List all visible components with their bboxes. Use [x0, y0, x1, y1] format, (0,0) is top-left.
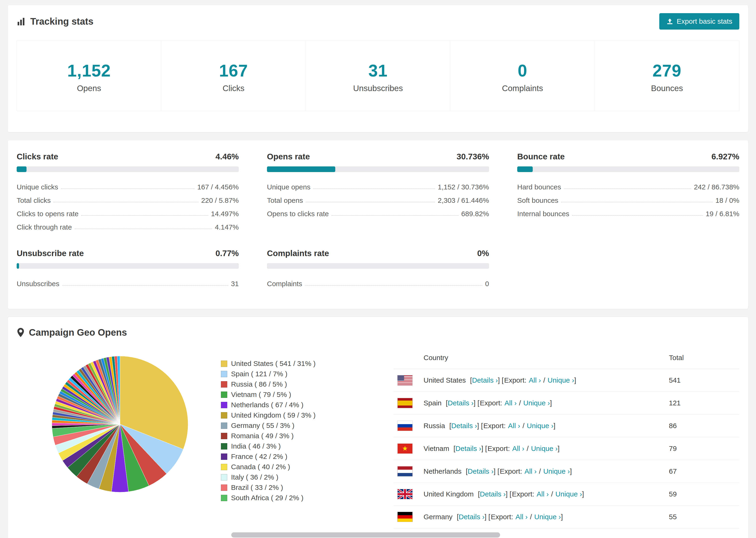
- separator: /: [527, 445, 528, 452]
- table-row-vietnam: Vietnam[Details ›][Export:All ›/Unique ›…: [394, 437, 739, 460]
- bracket: [: [454, 445, 456, 452]
- table-header-row: Country Total: [394, 347, 739, 369]
- stat-label: Complaints: [450, 83, 594, 93]
- export-icon: [666, 18, 674, 25]
- details-link[interactable]: Details ›: [472, 376, 498, 384]
- legend-item: France ( 42 / 2% ): [221, 452, 394, 462]
- legend-item: Germany ( 55 / 3% ): [221, 420, 394, 431]
- details-link[interactable]: Details ›: [456, 445, 481, 452]
- rate-percent: 6.927%: [711, 152, 739, 161]
- export-all-link[interactable]: All ›: [515, 513, 527, 521]
- details-link[interactable]: Details ›: [459, 513, 485, 521]
- stat-row-value: 167 / 4.456%: [197, 183, 239, 191]
- vietnam-flag-icon: [397, 443, 423, 454]
- export-unique-link[interactable]: Unique ›: [543, 467, 570, 475]
- stat-label: Unsubscribes: [306, 83, 450, 93]
- country-name: Russia: [423, 422, 445, 430]
- details-link[interactable]: Details ›: [451, 422, 477, 430]
- rates-grid: Clicks rate 4.46% Unique clicks167 / 4.4…: [17, 152, 739, 288]
- export-basic-stats-button[interactable]: Export basic stats: [659, 13, 739, 29]
- export-button-label: Export basic stats: [676, 17, 732, 26]
- stat-row-value: 31: [231, 280, 239, 288]
- bracket: ]: [582, 490, 584, 498]
- stat-row-value: 14.497%: [211, 210, 239, 218]
- export-all-link[interactable]: All ›: [512, 445, 524, 452]
- legend-item: South Africa ( 29 / 2% ): [221, 493, 394, 503]
- legend-swatch: [221, 371, 227, 377]
- geo-pie-wrap: [17, 344, 221, 496]
- bracket: ]: [570, 467, 572, 475]
- dotted-leader: [62, 285, 228, 286]
- stat-value: 1,152: [17, 61, 161, 80]
- bracket: [: [510, 490, 512, 498]
- legend-label: Vietnam ( 79 / 5% ): [231, 391, 291, 399]
- bracket: ]: [473, 399, 475, 407]
- germany-flag-icon: [397, 512, 423, 522]
- bracket: ]: [558, 445, 560, 452]
- table-row-spain: Spain[Details ›][Export:All ›/Unique ›] …: [394, 392, 739, 414]
- stat-row: Soft bounces18 / 0%: [517, 191, 739, 204]
- legend-item: Canada ( 40 / 2% ): [221, 462, 394, 472]
- stat-row-label: Hard bounces: [517, 183, 561, 191]
- rate-panel-opens: Opens rate 30.736% Unique opens1,152 / 3…: [267, 152, 489, 231]
- legend-label: Germany ( 55 / 3% ): [231, 422, 295, 430]
- details-link[interactable]: Details ›: [468, 467, 494, 475]
- tracking-stats-row: 1,152 Opens 167 Clicks 31 Unsubscribes 0…: [17, 41, 739, 111]
- export-all-link[interactable]: All ›: [529, 376, 541, 384]
- export-unique-link[interactable]: Unique ›: [531, 445, 558, 452]
- legend-label: Netherlands ( 67 / 4% ): [231, 401, 303, 409]
- export-all-link[interactable]: All ›: [508, 422, 520, 430]
- total-value: 67: [669, 467, 739, 475]
- rate-percent: 30.736%: [457, 152, 489, 161]
- dotted-leader: [313, 188, 435, 189]
- legend-swatch: [221, 381, 227, 388]
- export-unique-link[interactable]: Unique ›: [548, 376, 574, 384]
- total-header: Total: [669, 354, 739, 362]
- bracket: [: [477, 399, 479, 407]
- details-link[interactable]: Details ›: [480, 490, 506, 498]
- legend-label: Russia ( 86 / 5% ): [231, 380, 287, 388]
- details-link[interactable]: Details ›: [448, 399, 473, 407]
- table-row-netherlands: Netherlands[Details ›][Export:All ›/Uniq…: [394, 460, 739, 483]
- legend-item: Brazil ( 33 / 2% ): [221, 482, 394, 493]
- bracket: ]: [506, 490, 508, 498]
- progress-bar: [267, 263, 489, 269]
- bracket: ]: [498, 376, 500, 384]
- export-label: Export:: [480, 399, 502, 407]
- export-all-link[interactable]: All ›: [537, 490, 549, 498]
- rate-panel-complaints: Complaints rate 0% Complaints0: [267, 248, 489, 288]
- stat-row-value: 220 / 5.87%: [201, 196, 239, 204]
- page-title: Tracking stats: [17, 16, 93, 27]
- stat-row: Unique opens1,152 / 30.736%: [267, 178, 489, 191]
- export-all-link[interactable]: All ›: [505, 399, 517, 407]
- export-unique-link[interactable]: Unique ›: [556, 490, 582, 498]
- dotted-leader: [561, 202, 713, 202]
- separator: /: [543, 376, 545, 384]
- separator: /: [539, 467, 541, 475]
- geo-table: Country Total United States[Details ›][E…: [394, 344, 739, 528]
- legend-item: Vietnam ( 79 / 5% ): [221, 389, 394, 400]
- stat-row-value: 1,152 / 30.736%: [438, 183, 489, 191]
- export-unique-link[interactable]: Unique ›: [534, 513, 561, 521]
- legend-item: Italy ( 36 / 2% ): [221, 472, 394, 482]
- bracket: [: [446, 399, 448, 407]
- stat-row: Complaints0: [267, 274, 489, 288]
- progress-bar: [517, 166, 739, 172]
- export-unique-link[interactable]: Unique ›: [523, 399, 550, 407]
- export-unique-link[interactable]: Unique ›: [527, 422, 553, 430]
- total-value: 86: [669, 422, 739, 430]
- country-name: Netherlands: [423, 467, 461, 475]
- stat-box-clicks: 167 Clicks: [161, 41, 306, 111]
- rate-percent: 0.77%: [216, 248, 239, 258]
- total-value: 59: [669, 490, 739, 498]
- dotted-leader: [306, 202, 435, 202]
- stat-value: 167: [161, 61, 305, 80]
- bracket: [: [449, 422, 451, 430]
- stat-row: Total opens2,303 / 61.446%: [267, 191, 489, 204]
- horizontal-scrollbar-thumb[interactable]: [231, 532, 500, 538]
- legend-label: Canada ( 40 / 2% ): [231, 463, 290, 471]
- stat-row: Internal bounces19 / 6.81%: [517, 204, 739, 218]
- export-all-link[interactable]: All ›: [524, 467, 537, 475]
- legend-swatch: [221, 360, 227, 367]
- export-label: Export:: [500, 467, 522, 475]
